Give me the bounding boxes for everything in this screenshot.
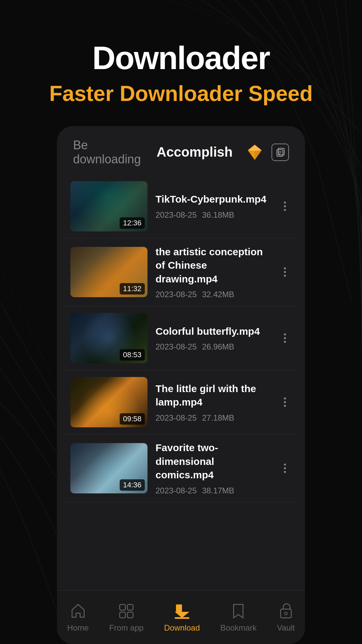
duration-badge: 12:36 <box>120 217 145 229</box>
video-item-3[interactable]: 08:53 Colorful butterfly.mp4 2023-08-25 … <box>62 306 300 370</box>
svg-point-17 <box>285 612 287 615</box>
video-thumbnail: 12:36 <box>70 181 147 231</box>
more-button[interactable] <box>278 202 292 211</box>
video-meta: 2023-08-25 38.17MB <box>156 486 270 495</box>
svg-marker-14 <box>175 612 189 618</box>
nav-item-download[interactable]: Download <box>164 602 200 633</box>
tabs-header: Be downloading Accomplish <box>57 126 305 174</box>
nav-label-from-app: From app <box>109 623 144 633</box>
more-dot <box>284 464 286 466</box>
nav-item-from-app[interactable]: From app <box>109 602 144 633</box>
video-thumbnail: 11:32 <box>70 247 147 297</box>
svg-rect-16 <box>281 609 291 618</box>
more-button[interactable] <box>278 333 292 343</box>
more-dot <box>284 202 286 204</box>
svg-rect-9 <box>120 604 125 610</box>
duration-badge: 14:36 <box>120 479 145 491</box>
svg-rect-13 <box>176 604 182 612</box>
more-dot <box>284 333 286 335</box>
video-info: the artistic conception of Chinese drawi… <box>156 245 270 300</box>
more-dot <box>284 397 286 399</box>
header-section: Downloader Faster Downloader Speed <box>49 0 313 126</box>
video-thumbnail: 08:53 <box>70 313 147 363</box>
video-size: 27.18MB <box>202 413 234 423</box>
video-list: 12:36 TikTok-Cyberpunk.mp4 2023-08-25 36… <box>57 174 305 590</box>
video-info: The little girl with the lamp.mp4 2023-0… <box>156 382 270 423</box>
video-size: 38.17MB <box>202 486 234 495</box>
video-date: 2023-08-25 <box>156 486 197 495</box>
more-button[interactable] <box>278 267 292 277</box>
svg-rect-11 <box>120 612 125 618</box>
video-title: Colorful butterfly.mp4 <box>156 325 270 338</box>
video-info: Colorful butterfly.mp4 2023-08-25 26.96M… <box>156 325 270 352</box>
svg-marker-1 <box>248 145 261 151</box>
more-dot <box>284 271 286 273</box>
video-date: 2023-08-25 <box>156 413 197 423</box>
svg-rect-12 <box>127 612 133 618</box>
nav-item-home[interactable]: Home <box>67 602 89 633</box>
tab-accomplish[interactable]: Accomplish <box>157 145 233 160</box>
video-info: TikTok-Cyberpunk.mp4 2023-08-25 36.18MB <box>156 193 270 220</box>
nav-item-bookmark[interactable]: Bookmark <box>220 602 256 633</box>
more-dot <box>284 275 286 277</box>
video-item-4[interactable]: 09:58 The little girl with the lamp.mp4 … <box>62 370 300 434</box>
edit-icon[interactable] <box>272 144 289 161</box>
video-meta: 2023-08-25 32.42MB <box>156 290 270 299</box>
duration-badge: 08:53 <box>120 349 145 361</box>
diamond-icon[interactable] <box>246 144 263 161</box>
more-dot <box>284 467 286 469</box>
video-item-5[interactable]: 14:36 Favorite two-dimensional comics.mp… <box>62 434 300 502</box>
video-thumbnail: 14:36 <box>70 443 147 493</box>
video-date: 2023-08-25 <box>156 342 197 352</box>
tab-be-downloading[interactable]: Be downloading <box>73 138 143 166</box>
more-dot <box>284 471 286 473</box>
more-dot <box>284 209 286 211</box>
video-item-1[interactable]: 12:36 TikTok-Cyberpunk.mp4 2023-08-25 36… <box>62 174 300 238</box>
content-wrapper: Downloader Faster Downloader Speed Be do… <box>0 0 362 644</box>
more-dot <box>284 337 286 339</box>
video-meta: 2023-08-25 26.96MB <box>156 342 270 352</box>
bottom-nav: Home From app Download <box>57 590 305 644</box>
duration-badge: 09:58 <box>120 413 145 425</box>
more-dot <box>284 401 286 403</box>
video-size: 26.96MB <box>202 342 234 352</box>
video-meta: 2023-08-25 27.18MB <box>156 413 270 423</box>
video-info: Favorite two-dimensional comics.mp4 2023… <box>156 441 270 495</box>
video-title: Favorite two-dimensional comics.mp4 <box>156 441 270 482</box>
svg-rect-10 <box>127 604 133 610</box>
video-meta: 2023-08-25 36.18MB <box>156 210 270 220</box>
nav-label-bookmark: Bookmark <box>220 623 256 633</box>
video-thumbnail: 09:58 <box>70 377 147 427</box>
video-title: The little girl with the lamp.mp4 <box>156 382 270 409</box>
more-dot <box>284 405 286 407</box>
subtitle: Faster Downloader Speed <box>49 81 313 106</box>
nav-label-download: Download <box>164 623 200 633</box>
svg-rect-15 <box>175 617 189 619</box>
video-date: 2023-08-25 <box>156 290 197 299</box>
phone-card: Be downloading Accomplish <box>57 126 305 644</box>
video-title: TikTok-Cyberpunk.mp4 <box>156 193 270 206</box>
main-title: Downloader <box>49 40 313 76</box>
more-dot <box>284 267 286 269</box>
more-dot <box>284 341 286 343</box>
video-title: the artistic conception of Chinese drawi… <box>156 245 270 286</box>
video-item-2[interactable]: 11:32 the artistic conception of Chinese… <box>62 238 300 307</box>
tabs-icons <box>246 144 289 161</box>
nav-label-home: Home <box>67 623 89 633</box>
more-button[interactable] <box>278 464 292 473</box>
video-size: 32.42MB <box>202 290 234 299</box>
duration-badge: 11:32 <box>120 283 145 294</box>
more-dot <box>284 205 286 207</box>
nav-label-vault: Vault <box>277 623 295 633</box>
video-size: 36.18MB <box>202 210 234 220</box>
video-date: 2023-08-25 <box>156 210 197 220</box>
more-button[interactable] <box>278 397 292 407</box>
nav-item-vault[interactable]: Vault <box>277 602 295 633</box>
